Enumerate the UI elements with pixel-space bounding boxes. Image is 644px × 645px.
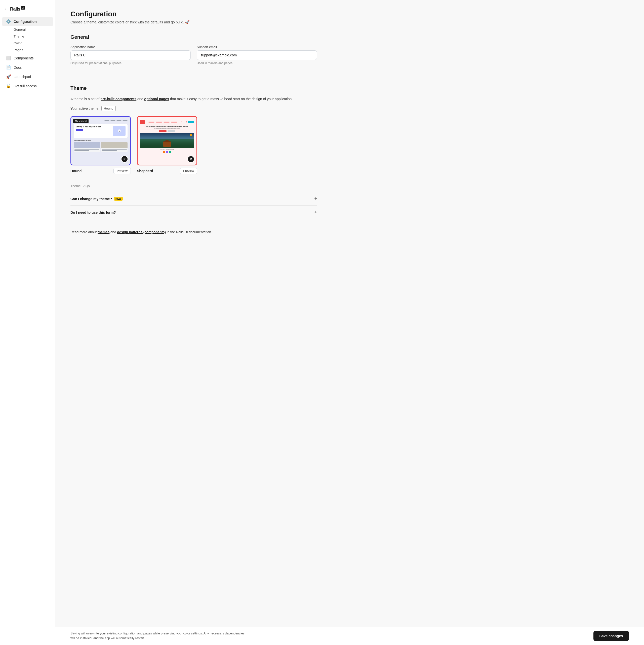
hound-hero-img: ▶ bbox=[113, 126, 125, 136]
shepherd-born-text: Born out of the travel industry bbox=[140, 148, 194, 150]
hound-card-mini bbox=[74, 142, 100, 152]
text-line bbox=[74, 150, 89, 151]
general-form-row: Application name Only used for presentat… bbox=[70, 45, 317, 65]
shepherd-hero-headline: We leverage AI to make real estate inves… bbox=[140, 126, 194, 128]
text-line bbox=[102, 150, 117, 151]
configuration-sub-menu: General Theme Color Pages bbox=[0, 26, 55, 53]
shepherd-nav-item bbox=[164, 122, 170, 123]
hound-preview-button[interactable]: Preview bbox=[113, 168, 131, 174]
support-email-label: Support email bbox=[197, 45, 317, 49]
sidebar-sub-item-pages[interactable]: Pages bbox=[12, 47, 55, 53]
active-theme-row: Your active theme: Hound bbox=[70, 106, 317, 111]
bottom-bar: Saving will overwrite your existing conf… bbox=[55, 627, 644, 645]
faq-item-use-form[interactable]: Do I need to use this form? + bbox=[70, 205, 317, 219]
sidebar-item-get-full-access[interactable]: 🔓 Get full access bbox=[2, 81, 53, 90]
sidebar-sub-item-theme[interactable]: Theme bbox=[12, 33, 55, 40]
sidebar-item-configuration[interactable]: ⚙️ Configuration bbox=[2, 17, 53, 26]
hound-mockup: Soaring to new heights in tech ▶ The cha… bbox=[71, 117, 130, 165]
app-name-input[interactable] bbox=[70, 50, 191, 60]
shepherd-actions bbox=[140, 130, 194, 132]
shepherd-nav-item bbox=[171, 122, 177, 123]
sidebar-item-label: Launchpad bbox=[14, 75, 31, 79]
docs-icon: 📄 bbox=[6, 65, 11, 70]
bottom-bar-warning: Saving will overwrite your existing conf… bbox=[70, 631, 247, 641]
faq-question-text: Do I need to use this form? bbox=[70, 210, 116, 214]
shepherd-avatar bbox=[166, 151, 168, 153]
support-email-hint: Used in mailers and pages. bbox=[197, 61, 317, 65]
shepherd-card-bottom: Shepherd Preview bbox=[137, 168, 197, 174]
shepherd-nav bbox=[148, 122, 177, 123]
hound-preview-card[interactable]: Selected bbox=[70, 116, 131, 165]
design-patterns-link[interactable]: design patterns (components) bbox=[117, 230, 166, 234]
components-icon: ⬜ bbox=[6, 56, 11, 60]
shepherd-cta bbox=[181, 121, 194, 123]
sidebar-sub-item-color[interactable]: Color bbox=[12, 40, 55, 47]
theme-card-hound[interactable]: Selected bbox=[70, 116, 131, 174]
nav-dot bbox=[116, 120, 121, 121]
support-email-group: Support email Used in mailers and pages. bbox=[197, 45, 317, 65]
app-name-label: Application name bbox=[70, 45, 191, 49]
shepherd-preview-card[interactable]: We leverage AI to make real estate inves… bbox=[137, 116, 197, 165]
hound-hero-btn bbox=[76, 129, 83, 131]
hound-card-name: Hound bbox=[70, 169, 81, 173]
faq-question-text: Can I change my theme? bbox=[70, 197, 112, 201]
page-title: Configuration bbox=[70, 10, 317, 18]
play-button-icon: ▶ bbox=[118, 130, 121, 133]
shepherd-card-name: Shepherd bbox=[137, 169, 153, 173]
sidebar-item-launchpad[interactable]: 🚀 Launchpad bbox=[2, 72, 53, 81]
footer-note: Read more about themes and design patter… bbox=[70, 229, 317, 235]
logo-text: RailsUI bbox=[10, 6, 25, 12]
themes-link[interactable]: themes bbox=[98, 230, 109, 234]
lock-icon: 🔓 bbox=[6, 83, 11, 88]
shepherd-nav-item bbox=[148, 122, 154, 123]
hound-hero-title: Soaring to new heights in tech bbox=[76, 126, 111, 128]
shepherd-hero-image bbox=[140, 133, 194, 148]
general-section: General Application name Only used for p… bbox=[70, 34, 317, 65]
active-theme-badge: Hound bbox=[101, 106, 115, 111]
sidebar-item-label: Configuration bbox=[14, 20, 37, 24]
hound-challenges-text: The challenges that lie ahead bbox=[74, 140, 127, 141]
shepherd-filled-btn bbox=[188, 121, 194, 123]
text-line bbox=[102, 149, 127, 150]
app-name-group: Application name Only used for presentat… bbox=[70, 45, 191, 65]
support-email-input[interactable] bbox=[197, 50, 317, 60]
nav-dot bbox=[122, 120, 127, 121]
shepherd-sub-headline: We leverage AI to make real estate inves… bbox=[140, 128, 194, 129]
expand-icon: + bbox=[314, 196, 317, 201]
sidebar-sub-item-general[interactable]: General bbox=[12, 26, 55, 33]
theme-section-title: Theme bbox=[70, 85, 317, 91]
hound-hero-text: Soaring to new heights in tech bbox=[76, 126, 111, 136]
active-theme-label: Your active theme: bbox=[70, 106, 99, 111]
expand-icon: + bbox=[314, 210, 317, 215]
shepherd-action-primary bbox=[159, 130, 167, 132]
shepherd-sun-icon bbox=[190, 134, 192, 136]
theme-card-shepherd[interactable]: We leverage AI to make real estate inves… bbox=[137, 116, 197, 174]
hound-nav bbox=[104, 120, 127, 121]
hound-card-bottom: Hound Preview bbox=[70, 168, 131, 174]
save-changes-button[interactable]: Save changes bbox=[593, 631, 629, 641]
optional-pages-link[interactable]: optional pages bbox=[144, 97, 169, 101]
shepherd-avatars bbox=[140, 151, 194, 153]
theme-cards-container: Selected bbox=[70, 116, 317, 174]
hound-cards bbox=[74, 142, 127, 152]
back-arrow-icon[interactable]: ← bbox=[4, 7, 8, 11]
logo[interactable]: ← RailsUI bbox=[0, 4, 55, 17]
shepherd-avatar bbox=[163, 151, 165, 153]
rails-logo-badge-hound: R bbox=[121, 156, 128, 163]
rails-logo-badge-shepherd: R bbox=[188, 156, 195, 163]
theme-section: Theme A theme is a set of pre-built comp… bbox=[70, 85, 317, 235]
shepherd-preview-button[interactable]: Preview bbox=[180, 168, 197, 174]
shepherd-outline-btn bbox=[181, 121, 187, 123]
sidebar-item-docs[interactable]: 📄 Docs bbox=[2, 63, 53, 72]
sidebar-item-label: Components bbox=[14, 56, 33, 60]
pre-built-components-link[interactable]: pre-built components bbox=[100, 97, 136, 101]
sidebar-item-components[interactable]: ⬜ Components bbox=[2, 54, 53, 62]
faq-item-change-theme[interactable]: Can I change my theme? NEW + bbox=[70, 192, 317, 205]
configuration-icon: ⚙️ bbox=[6, 19, 11, 24]
theme-description: A theme is a set of pre-built components… bbox=[70, 96, 317, 102]
launchpad-icon: 🚀 bbox=[6, 74, 11, 79]
shepherd-avatar bbox=[169, 151, 171, 153]
logo-badge: UI bbox=[21, 6, 25, 10]
shepherd-mockup: We leverage AI to make real estate inves… bbox=[137, 117, 197, 165]
sidebar: ← RailsUI ⚙️ Configuration General Theme… bbox=[0, 0, 55, 645]
